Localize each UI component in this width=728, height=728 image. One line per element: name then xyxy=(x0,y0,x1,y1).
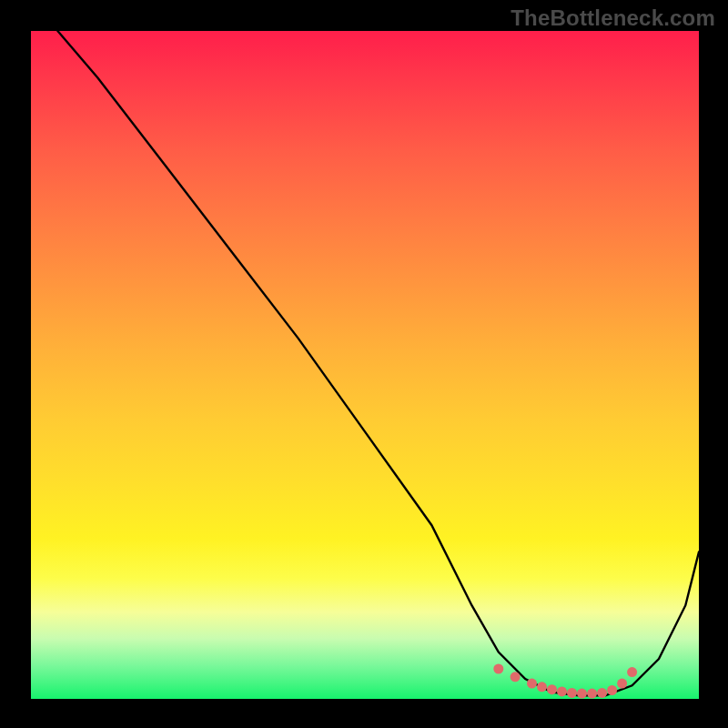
valley-dot xyxy=(587,689,597,699)
valley-dot xyxy=(607,685,617,695)
valley-dot xyxy=(527,679,537,689)
valley-dot xyxy=(557,686,567,696)
plot-area xyxy=(31,31,699,699)
valley-dot xyxy=(617,679,627,689)
valley-dot xyxy=(547,684,557,694)
valley-dot xyxy=(567,688,577,698)
curve-layer xyxy=(31,31,699,699)
valley-dot xyxy=(577,689,587,699)
valley-dot xyxy=(511,672,521,682)
valley-dot xyxy=(493,664,503,674)
valley-dot xyxy=(537,682,547,692)
watermark-text: TheBottleneck.com xyxy=(511,5,715,31)
bottleneck-curve xyxy=(57,31,699,695)
valley-dot xyxy=(627,667,637,677)
chart-frame: TheBottleneck.com xyxy=(0,0,728,728)
valley-dot xyxy=(597,688,607,698)
